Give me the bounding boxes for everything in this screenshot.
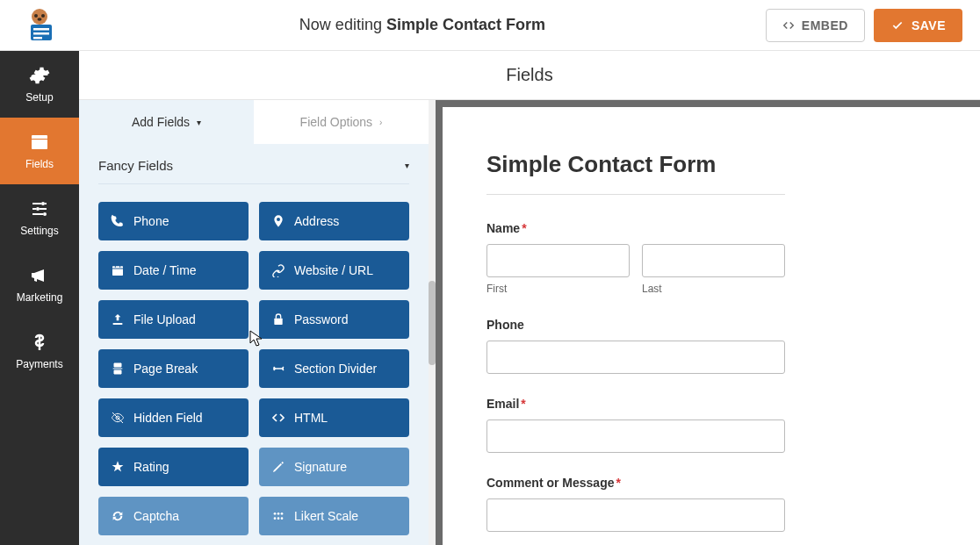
logo [0,7,79,44]
pencil-icon [271,460,285,474]
check-icon [890,19,904,32]
form-icon [29,132,50,153]
nav-setup[interactable]: Setup [0,51,79,118]
nav-label: Payments [16,358,62,370]
field-html[interactable]: HTML [259,398,409,437]
svg-rect-6 [33,32,49,35]
tab-field-options[interactable]: Field Options › [254,100,429,144]
svg-rect-8 [32,135,47,149]
nav-marketing[interactable]: Marketing [0,251,79,318]
field-address[interactable]: Address [259,202,409,240]
bullhorn-icon [29,265,50,286]
svg-point-17 [281,513,284,515]
section-fancy-fields[interactable]: Fancy Fields ▾ [79,144,429,183]
field-date-time[interactable]: Date / Time [98,251,249,290]
field-email-preview[interactable]: Email* [486,397,936,453]
svg-point-3 [38,18,42,21]
fields-panel: Add Fields ▾ Field Options › Fancy Field… [79,100,429,545]
svg-rect-13 [112,266,123,276]
field-website[interactable]: Website / URL [259,251,409,290]
panel-tabs: Add Fields ▾ Field Options › [79,100,429,144]
svg-point-12 [43,212,47,216]
nav-label: Settings [20,225,58,237]
chevron-right-icon: › [379,118,382,127]
svg-rect-5 [33,28,49,31]
field-captcha[interactable]: Captcha [98,497,249,535]
field-file-upload[interactable]: File Upload [98,300,249,339]
field-signature[interactable]: Signature [259,448,409,486]
nav-payments[interactable]: Payments [0,318,79,384]
grid-icon [271,509,285,523]
nav-label: Setup [25,91,53,104]
field-page-break[interactable]: Page Break [98,349,249,388]
svg-point-16 [277,513,280,515]
top-bar: Now editing Simple Contact Form EMBED SA… [0,0,980,51]
nav-label: Fields [25,158,54,170]
pin-icon [271,214,285,228]
preview-inner: Simple Contact Form Name* First Last Pho… [443,107,980,545]
email-label: Email* [486,397,936,411]
svg-point-1 [34,14,38,18]
form-name: Simple Contact Form [386,16,545,33]
divider [486,194,785,195]
field-phone[interactable]: Phone [98,202,249,240]
chevron-down-icon: ▾ [197,118,201,127]
panel-scrollbar[interactable] [429,100,436,545]
field-grid: Phone Address Date / Time Website / URL … [79,184,429,544]
nav-settings[interactable]: Settings [0,184,79,251]
field-likert[interactable]: Likert Scale [259,497,409,535]
nav-label: Marketing [17,291,63,304]
svg-point-10 [41,202,45,205]
save-button[interactable]: SAVE [874,9,962,42]
lock-icon [271,312,285,326]
tab-add-fields[interactable]: Add Fields ▾ [79,100,254,144]
field-comment-preview[interactable]: Comment or Message* [486,476,936,532]
field-password[interactable]: Password [259,300,409,339]
first-name-input[interactable] [486,244,630,277]
svg-rect-14 [274,319,282,325]
last-name-input[interactable] [642,244,785,277]
svg-rect-9 [32,139,47,140]
scrollbar-thumb[interactable] [429,281,436,365]
nav-fields[interactable]: Fields [0,118,79,184]
field-hidden[interactable]: Hidden Field [98,398,249,437]
comment-input[interactable] [486,498,785,532]
editing-title: Now editing Simple Contact Form [79,16,766,34]
top-actions: EMBED SAVE [766,9,980,42]
svg-point-0 [32,9,47,25]
field-rating[interactable]: Rating [98,448,249,486]
sliders-icon [29,198,50,219]
editing-prefix: Now editing [299,16,382,33]
code-icon [271,411,285,425]
divider-icon [271,362,285,376]
form-title: Simple Contact Form [486,151,936,178]
field-name[interactable]: Name* First Last [486,221,936,295]
code-icon [782,19,795,32]
upload-icon [111,312,125,326]
comment-label: Comment or Message* [486,476,936,490]
first-sublabel: First [486,283,630,295]
embed-button[interactable]: EMBED [766,9,865,42]
svg-point-15 [274,513,277,515]
email-input[interactable] [486,420,785,453]
svg-point-11 [36,207,40,211]
star-icon [111,460,125,474]
field-section-divider[interactable]: Section Divider [259,349,409,388]
eye-slash-icon [111,411,125,425]
last-sublabel: Last [642,283,785,295]
phone-icon [111,214,125,228]
dollar-icon [29,332,50,353]
refresh-icon [111,509,125,523]
field-phone-preview[interactable]: Phone [486,318,936,374]
chevron-down-icon: ▾ [405,161,409,170]
name-label: Name* [486,221,936,235]
form-preview: Simple Contact Form Name* First Last Pho… [436,100,980,545]
svg-point-20 [281,517,284,520]
calendar-icon [111,263,125,277]
phone-input[interactable] [486,341,785,374]
link-icon [271,263,285,277]
phone-label: Phone [486,318,936,332]
svg-point-19 [277,517,280,520]
wpforms-logo-icon [21,7,58,44]
svg-point-18 [274,517,277,520]
